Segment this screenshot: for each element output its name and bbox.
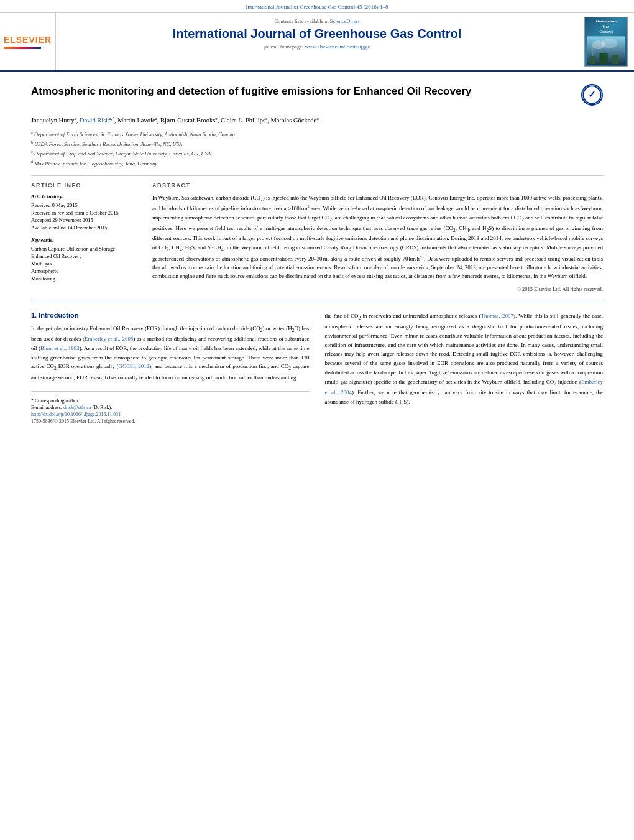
affiliation-b: b USDA Forest Service, Southern Research… xyxy=(31,140,603,149)
svg-point-2 xyxy=(601,38,617,48)
authors-line: Jacquelyn Hurrya, David Riska,*, Martin … xyxy=(31,115,603,125)
cover-graphic xyxy=(587,36,625,65)
homepage-link[interactable]: www.elsevier.com/locate/ijggc xyxy=(305,44,370,50)
body-col-right: the fate of CO2 in reservoirs and uninte… xyxy=(325,312,604,425)
intro-para-1: In the petroleum industry Enhanced Oil R… xyxy=(31,324,310,382)
top-divider xyxy=(31,175,603,176)
email-label: E-mail address: xyxy=(31,405,63,410)
article-title-section: Atmospheric monitoring and detection of … xyxy=(31,84,603,109)
journal-cover-image: GreenhouseGasControl xyxy=(584,17,628,67)
elsevier-color-bar xyxy=(4,47,41,49)
keyword-2: Enhanced Oil Recovery xyxy=(31,253,140,259)
journal-cover-area: GreenhouseGasControl xyxy=(578,13,634,70)
crossmark-icon: ✓ xyxy=(581,84,603,106)
keywords-label: Keywords: xyxy=(31,237,140,243)
crossmark-badge[interactable]: ✓ xyxy=(581,84,603,106)
journal-title: International Journal of Greenhouse Gas … xyxy=(62,27,572,41)
author-bjorn: Bjørn-Gustaf Brooksb, xyxy=(160,117,221,124)
history-label: Article history: xyxy=(31,193,140,200)
article-title: Atmospheric monitoring and detection of … xyxy=(31,84,575,99)
article-title-text: Atmospheric monitoring and detection of … xyxy=(31,85,471,97)
author-mathias: Mathias Göckeded xyxy=(270,117,318,124)
available-date: Available online 14 December 2015 xyxy=(31,224,140,231)
accepted-date: Accepted 29 November 2015 xyxy=(31,217,140,223)
keyword-4: Atmospheric xyxy=(31,268,140,274)
author-jacquelyn: Jacquelyn Hurrya, xyxy=(31,117,80,124)
homepage-text: journal homepage: xyxy=(264,44,305,50)
article-info-label: ARTICLE INFO xyxy=(31,182,140,188)
author-claire: Claire L. Phillipsc, xyxy=(221,117,270,124)
received-date: Received 8 May 2015 xyxy=(31,202,140,208)
article-meta-section: ARTICLE INFO Article history: Received 8… xyxy=(31,182,603,292)
affiliation-d: d Max Planck Institute for Biogeochemist… xyxy=(31,159,603,168)
abstract-text: In Weyburn, Saskatchewan, carbon dioxide… xyxy=(152,193,603,281)
abstract-label: ABSTRACT xyxy=(152,182,603,188)
contents-text: Contents lists available at xyxy=(275,18,330,24)
article-info-column: ARTICLE INFO Article history: Received 8… xyxy=(31,182,140,292)
intro-para-2: the fate of CO2 in reservoirs and uninte… xyxy=(325,312,604,408)
keyword-5: Monitoring xyxy=(31,275,140,282)
email-link[interactable]: drisk@stfx.ca xyxy=(63,405,91,410)
contents-line: Contents lists available at ScienceDirec… xyxy=(62,18,572,24)
email-owner: (D. Risk). xyxy=(92,405,112,410)
ref-emberley-2004[interactable]: Emberley et al., 2004 xyxy=(325,379,604,395)
keyword-1: Carbon Capture Utilization and Storage xyxy=(31,246,140,252)
ref-emberley-2005[interactable]: Emberley et al., 2005 xyxy=(85,336,133,342)
svg-text:✓: ✓ xyxy=(588,89,596,99)
affiliation-a: a Department of Earth Sciences, St. Fran… xyxy=(31,130,603,139)
affiliation-c: c Department of Crop and Soil Science, O… xyxy=(31,149,603,158)
affiliations-block: a Department of Earth Sciences, St. Fran… xyxy=(31,130,603,167)
sciencedirect-link[interactable]: ScienceDirect xyxy=(330,18,360,24)
svg-rect-5 xyxy=(612,55,619,64)
email-line: E-mail address: drisk@stfx.ca (D. Risk). xyxy=(31,405,310,410)
intro-heading: 1. Introduction xyxy=(31,312,310,319)
abstract-column: ABSTRACT In Weyburn, Saskatchewan, carbo… xyxy=(152,182,603,292)
keyword-3: Multi-gas xyxy=(31,261,140,267)
publisher-logo-area: ELSEVIER xyxy=(0,13,56,70)
body-section: 1. Introduction In the petroleum industr… xyxy=(31,312,603,425)
journal-citation-bar: International Journal of Greenhouse Gas … xyxy=(0,0,634,13)
revised-date: Received in revised form 6 October 2015 xyxy=(31,210,140,216)
footnote-area: * Corresponding author. E-mail address: … xyxy=(31,391,310,424)
journal-homepage-line: journal homepage: www.elsevier.com/locat… xyxy=(62,44,572,50)
elsevier-logo: ELSEVIER xyxy=(4,35,52,45)
body-col-left: 1. Introduction In the petroleum industr… xyxy=(31,312,310,425)
journal-header: ELSEVIER Contents lists available at Sci… xyxy=(0,13,634,72)
page: International Journal of Greenhouse Gas … xyxy=(0,0,634,840)
svg-rect-3 xyxy=(590,55,595,63)
footnote-rule xyxy=(31,395,56,395)
author-david-link[interactable]: David Riska, xyxy=(80,117,112,124)
author-martin: Martin Lavoiea, xyxy=(117,117,160,124)
ref-blunt-1993[interactable]: Blunt et al., 1993 xyxy=(40,345,80,351)
issn-text: 1750-5836/© 2015 Elsevier Ltd. All right… xyxy=(31,418,310,424)
body-divider xyxy=(31,302,603,302)
ref-thomas-2007[interactable]: Thomas, 2007 xyxy=(481,313,513,319)
svg-rect-4 xyxy=(599,53,607,64)
doi-link[interactable]: http://dx.doi.org/10.1016/j.ijggc.2015.1… xyxy=(31,412,310,417)
journal-title-area: Contents lists available at ScienceDirec… xyxy=(56,13,578,70)
cover-title: GreenhouseGasControl xyxy=(595,19,616,34)
corresponding-note: * Corresponding author. xyxy=(31,398,310,404)
abstract-copyright: © 2015 Elsevier Ltd. All rights reserved… xyxy=(152,286,603,292)
main-content: Atmospheric monitoring and detection of … xyxy=(0,72,634,436)
journal-citation-text: International Journal of Greenhouse Gas … xyxy=(246,4,388,10)
ref-gccsi-2012[interactable]: GCCSI, 2012 xyxy=(119,363,150,369)
